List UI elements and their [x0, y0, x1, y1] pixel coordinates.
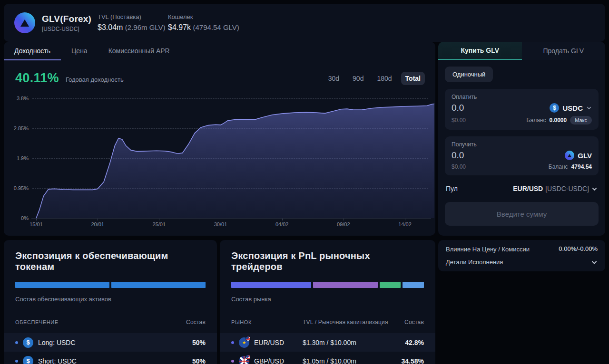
pay-label: Оплатить [452, 94, 592, 100]
receive-amount-input[interactable]: 0.0 [452, 150, 464, 161]
x-axis-label: 20/01 [84, 221, 111, 227]
pool-tokens-subtitle: [USDC-USDC] [42, 26, 91, 32]
market-name: GBP/USD [254, 357, 284, 364]
bar-segment [380, 282, 401, 288]
glv-icon [565, 151, 574, 160]
usdc-icon: $ [550, 103, 559, 113]
composition-value: 50% [192, 339, 206, 346]
bar-segment [403, 282, 424, 288]
tab-price[interactable]: Цена [61, 42, 98, 60]
market-exposure-card: Экспозиция к PnL рыночных трейдеров Сост… [220, 240, 435, 364]
table-row[interactable]: GBP/USD $1.05m / $10.00m 34.58% [220, 352, 435, 364]
pool-header: GLV(Forex) [USDC-USDC] TVL (Поставка) $3… [4, 4, 605, 42]
legend-dot [15, 360, 18, 363]
tab-buy-glv[interactable]: Купить GLV [438, 42, 522, 60]
range-180d-button[interactable]: 180d [373, 72, 396, 85]
x-axis-label: 14/02 [392, 221, 418, 227]
wallet-label: Кошелек [168, 13, 239, 20]
wallet-glv-amount: (4794.54 GLV) [193, 23, 239, 31]
market-caption: Состав рынка [231, 296, 424, 303]
pay-amount-input[interactable]: 0.0 [452, 103, 464, 113]
usdc-icon: $ [23, 337, 33, 348]
receive-field[interactable]: Получить 0.0 GLV $0.00 Баланс 4794.54 [445, 136, 599, 175]
pay-balance-label: Баланс [527, 117, 546, 124]
x-axis-label: 30/01 [207, 221, 234, 227]
receive-balance-value: 4794.54 [571, 163, 592, 170]
collateral-table-header: ОБЕСПЕЧЕНИЕ Состав [4, 311, 217, 333]
pay-field[interactable]: Оплатить 0.0 $ USDC $0.00 Баланс 0.0000 … [445, 89, 599, 130]
max-button[interactable]: Макс [570, 116, 592, 125]
chevron-down-icon [591, 186, 598, 192]
tvl-label: TVL (Поставка) [98, 13, 166, 20]
tvl-mcap-value: $1.05m / $10.00m [303, 357, 402, 364]
y-axis-label: 2.85% [6, 125, 29, 131]
wallet-value: $4.97k [168, 23, 191, 31]
tab-sell-glv[interactable]: Продать GLV [522, 42, 606, 60]
tvl-stat: TVL (Поставка) $3.04m (2.96m GLV) [98, 13, 166, 32]
market-composition-bar [231, 282, 424, 288]
range-total-button[interactable]: Total [401, 72, 425, 85]
x-axis-label: 04/02 [269, 221, 295, 227]
price-impact-value[interactable]: 0.00%/-0.00% [559, 245, 598, 253]
pool-selector[interactable]: EUR/USD [USDC-USDC] [513, 185, 598, 192]
apy-label: Годовая доходность [66, 76, 124, 83]
execution-details-label: Детали Исполнения [446, 259, 503, 266]
collateral-card-title: Экспозиция к обеспечивающим токенам [15, 250, 206, 272]
x-axis-label: 09/02 [330, 221, 357, 227]
market-table-header: РЫНОК TVL / Рыночная капитализация Соста… [220, 311, 435, 333]
x-axis-label: 15/01 [23, 221, 49, 227]
tab-yield[interactable]: Доходность [4, 42, 61, 60]
tvl-value: $3.04m [98, 23, 123, 31]
market-name: EUR/USD [254, 339, 284, 346]
submit-button[interactable]: Введите сумму [445, 202, 599, 226]
apy-value: 40.11% [15, 71, 59, 86]
x-axis-label: 25/01 [146, 221, 172, 227]
execution-details-toggle[interactable]: Детали Исполнения [446, 256, 598, 268]
page-title: GLV(Forex) [42, 14, 91, 24]
pay-balance-value: 0.0000 [549, 117, 567, 124]
y-axis-label: 0.95% [6, 185, 29, 191]
chart-svg [32, 93, 435, 219]
receive-usd-value: $0.00 [452, 163, 466, 170]
area-fill [36, 104, 434, 219]
glv-logo-icon [14, 12, 35, 33]
bar-segment [313, 282, 378, 288]
y-axis-label: 3.8% [6, 96, 29, 101]
col-market: РЫНОК [231, 319, 303, 325]
range-30d-button[interactable]: 30d [324, 72, 344, 85]
composition-value: 42.8% [405, 339, 424, 346]
table-row[interactable]: $ Long: USDC 50% [4, 333, 217, 352]
price-impact-label: Влияние На Цену / Комиссии [446, 246, 530, 253]
legend-dot [231, 341, 234, 344]
table-row[interactable]: $ Short: USDC 50% [4, 352, 217, 364]
table-row[interactable]: ★ EUR/USD $1.30m / $10.00m 42.8% [220, 333, 435, 352]
col-tvl-mcap: TVL / Рыночная капитализация [303, 319, 404, 326]
bar-segment [111, 282, 206, 288]
performance-card: Доходность Цена Комиссионный APR 40.11% … [4, 42, 435, 236]
legend-dot [231, 360, 234, 363]
col-composition: Состав [404, 319, 424, 326]
range-90d-button[interactable]: 90d [348, 72, 368, 85]
apy-area-chart[interactable]: 0%0.95%1.9%2.85%3.8%15/0120/0125/0130/01… [4, 91, 435, 234]
collateral-exposure-card: Экспозиция к обеспечивающим токенам Сост… [4, 240, 217, 364]
collateral-caption: Состав обеспечивающих активов [15, 296, 206, 303]
receive-label: Получить [452, 141, 592, 148]
bar-segment [231, 282, 311, 288]
legend-dot [15, 341, 18, 344]
range-selector: 30d 90d 180d Total [324, 72, 425, 85]
y-axis-label: 0% [6, 215, 29, 221]
bar-segment [15, 282, 109, 288]
tvl-mcap-value: $1.30m / $10.00m [303, 339, 405, 346]
receive-balance-label: Баланс [549, 163, 568, 170]
execution-details-card: Влияние На Цену / Комиссии 0.00%/-0.00% … [438, 240, 605, 271]
tab-fee-apr[interactable]: Комиссионный APR [98, 42, 180, 60]
tvl-glv-amount: (2.96m GLV) [125, 23, 166, 31]
collateral-name: Long: USDC [38, 339, 76, 346]
pay-token-selector[interactable]: $ USDC [550, 103, 592, 113]
y-axis-label: 1.9% [6, 155, 29, 161]
usd-flag-icon [246, 354, 251, 360]
chevron-down-icon [586, 105, 592, 111]
chart-tabs: Доходность Цена Комиссионный APR [4, 42, 435, 60]
mode-single-button[interactable]: Одиночный [445, 67, 493, 82]
col-composition: Состав [186, 319, 206, 326]
